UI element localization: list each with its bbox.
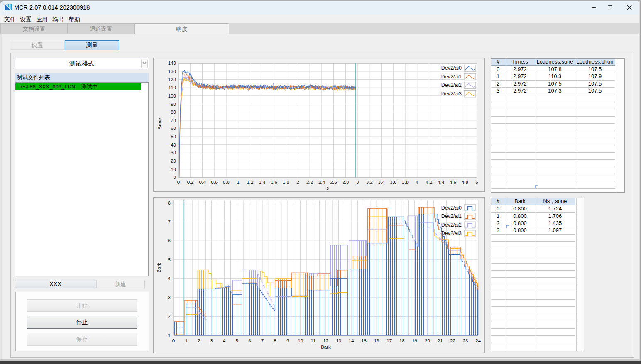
svg-text:4.8: 4.8 (462, 180, 468, 185)
svg-text:1: 1 (168, 333, 171, 338)
svg-text:2: 2 (168, 314, 171, 319)
svg-text:1.2: 1.2 (247, 180, 253, 185)
svg-text:2: 2 (198, 338, 200, 343)
svg-text:5: 5 (236, 338, 238, 343)
svg-text:3: 3 (210, 338, 213, 343)
svg-text:23: 23 (463, 338, 468, 343)
svg-text:9: 9 (286, 338, 289, 343)
svg-text:3: 3 (168, 295, 171, 300)
svg-text:140: 140 (168, 61, 176, 66)
svg-text:0.6: 0.6 (211, 180, 218, 185)
svg-text:0: 0 (174, 175, 176, 180)
svg-text:Bark: Bark (321, 344, 331, 349)
svg-text:3: 3 (356, 180, 359, 185)
svg-text:3.4: 3.4 (378, 180, 385, 185)
svg-text:13: 13 (336, 338, 341, 343)
svg-text:3.8: 3.8 (402, 180, 409, 185)
svg-text:21: 21 (438, 338, 443, 343)
svg-text:4.4: 4.4 (438, 180, 445, 185)
svg-text:1.8: 1.8 (283, 180, 289, 185)
svg-text:2: 2 (296, 180, 299, 185)
svg-text:1.4: 1.4 (259, 180, 266, 185)
svg-text:40: 40 (171, 142, 176, 147)
svg-text:2.4: 2.4 (318, 180, 325, 185)
svg-text:130: 130 (168, 69, 176, 74)
svg-text:24: 24 (475, 338, 481, 343)
svg-text:Dev2/ai0: Dev2/ai0 (441, 205, 462, 210)
svg-text:1: 1 (237, 180, 239, 185)
svg-text:6: 6 (168, 238, 171, 243)
svg-text:s: s (326, 186, 329, 191)
svg-text:120: 120 (168, 77, 176, 82)
svg-text:19: 19 (412, 338, 417, 343)
svg-text:3.6: 3.6 (390, 180, 396, 185)
svg-text:Dev2/ai1: Dev2/ai1 (441, 213, 462, 219)
svg-text:17: 17 (387, 338, 392, 343)
svg-text:1: 1 (185, 338, 187, 343)
svg-text:6: 6 (248, 338, 251, 343)
svg-text:20: 20 (171, 159, 176, 164)
svg-text:50: 50 (171, 134, 176, 139)
svg-text:7: 7 (168, 219, 171, 224)
svg-text:2.2: 2.2 (306, 180, 313, 185)
svg-text:11: 11 (311, 338, 316, 343)
svg-text:8: 8 (168, 200, 171, 205)
svg-text:0.8: 0.8 (223, 180, 230, 185)
svg-text:2.8: 2.8 (342, 180, 349, 185)
svg-text:30: 30 (171, 150, 176, 155)
svg-text:70: 70 (171, 118, 176, 123)
svg-text:Sone: Sone (157, 118, 162, 129)
svg-text:7: 7 (261, 338, 264, 343)
svg-text:3.2: 3.2 (366, 180, 373, 185)
svg-text:60: 60 (171, 126, 176, 131)
svg-text:18: 18 (399, 338, 405, 343)
svg-text:Dev2/ai2: Dev2/ai2 (441, 222, 462, 227)
svg-text:Dev2/ai3: Dev2/ai3 (441, 230, 462, 236)
svg-text:16: 16 (374, 338, 379, 343)
svg-text:5: 5 (168, 257, 171, 262)
svg-text:100: 100 (168, 93, 176, 98)
svg-text:Dev2/ai2: Dev2/ai2 (441, 82, 462, 88)
svg-text:2.6: 2.6 (330, 180, 337, 185)
svg-text:110: 110 (169, 85, 176, 90)
svg-text:15: 15 (361, 338, 367, 343)
svg-text:4: 4 (168, 276, 171, 281)
svg-text:80: 80 (171, 110, 176, 115)
svg-text:Dev2/ai0: Dev2/ai0 (441, 65, 462, 71)
svg-text:4.2: 4.2 (426, 180, 433, 185)
svg-text:0.2: 0.2 (187, 180, 194, 185)
svg-text:12: 12 (323, 338, 328, 343)
svg-text:4: 4 (416, 180, 419, 185)
svg-text:22: 22 (450, 338, 455, 343)
svg-text:14: 14 (349, 338, 354, 343)
svg-text:20: 20 (425, 338, 430, 343)
svg-text:Bark: Bark (157, 262, 161, 272)
svg-text:0: 0 (172, 338, 175, 343)
svg-text:0.4: 0.4 (199, 180, 206, 185)
svg-text:8: 8 (274, 338, 276, 343)
svg-text:Dev2/ai1: Dev2/ai1 (441, 74, 462, 80)
svg-text:4: 4 (223, 338, 226, 343)
svg-text:10: 10 (298, 338, 303, 343)
svg-text:0: 0 (177, 180, 180, 185)
svg-text:90: 90 (171, 102, 176, 107)
svg-text:5: 5 (475, 180, 478, 185)
svg-text:4.6: 4.6 (450, 180, 456, 185)
svg-text:10: 10 (171, 167, 176, 172)
svg-text:Dev2/ai3: Dev2/ai3 (441, 91, 462, 97)
svg-text:1.6: 1.6 (271, 180, 277, 185)
